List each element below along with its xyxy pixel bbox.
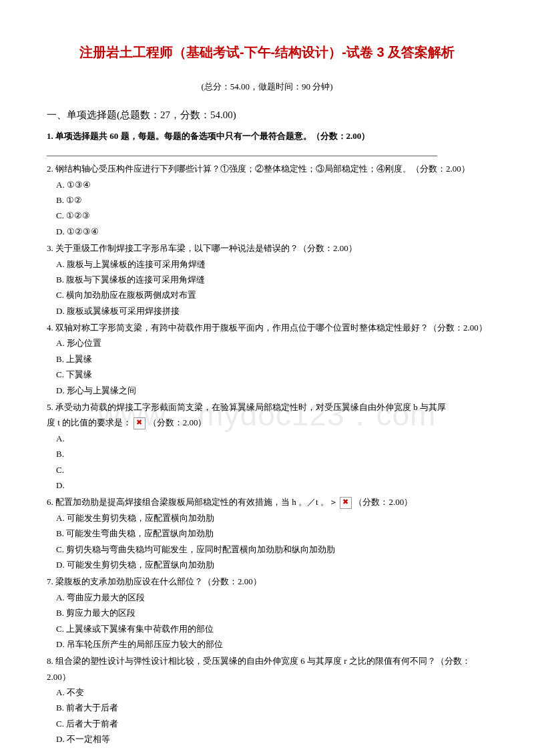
q2-opt-a: A. ①③④ bbox=[47, 177, 487, 192]
q4-opt-d: D. 形心与上翼缘之间 bbox=[47, 383, 487, 398]
doc-title: 注册岩土工程师（基础考试-下午-结构设计）-试卷 3 及答案解析 bbox=[47, 40, 487, 64]
q7-opt-b: B. 剪应力最大的区段 bbox=[47, 605, 487, 620]
q3-opt-a: A. 腹板与上翼缘板的连接可采用角焊缝 bbox=[47, 256, 487, 272]
q3-stem: 3. 关于重级工作制焊接工字形吊车梁，以下哪一种说法是错误的？（分数：2.00） bbox=[47, 240, 487, 256]
q5-stem-line1: 5. 承受动力荷载的焊接工字形截面简支梁，在验算翼缘局部稳定性时，对受压翼缘自由… bbox=[47, 399, 487, 415]
q6-opt-d: D. 可能发生剪切失稳，应配置纵向加劲肋 bbox=[47, 557, 487, 572]
q5-stem-line2: 度 t 的比值的要求是： （分数：2.00） bbox=[47, 415, 487, 430]
document-content: 注册岩土工程师（基础考试-下午-结构设计）-试卷 3 及答案解析 (总分：54.… bbox=[47, 40, 487, 747]
q3-opt-c: C. 横向加劲肋应在腹板两侧成对布置 bbox=[47, 287, 487, 303]
q5-opt-c: C. bbox=[47, 462, 487, 478]
q8-stem: 8. 组合梁的塑性设计与弹性设计相比较，受压翼缘的自由外伸宽度 6 与其厚度 r… bbox=[47, 653, 487, 685]
q1-stem: 1. 单项选择题共 60 题，每题。每题的备选项中只有一个最符合题意。（分数：2… bbox=[47, 128, 487, 144]
q5-stem-mid: 度 t 的比值的要求是： bbox=[47, 417, 131, 427]
question-4: 4. 双轴对称工字形简支梁，有跨中荷载作用于腹板平面内，作用点位于哪个位置时整体… bbox=[47, 320, 487, 398]
broken-image-icon bbox=[340, 497, 352, 509]
q2-opt-c: C. ①②③ bbox=[47, 208, 487, 223]
q6-opt-c: C. 剪切失稳与弯曲失稳均可能发生，应同时配置横向加劲肋和纵向加劲肋 bbox=[47, 542, 487, 557]
question-2: 2. 钢结构轴心受压构件应进行下列哪些计算？①强度；②整体稳定性；③局部稳定性；… bbox=[47, 161, 487, 239]
q1-blank-line: ________________________________________… bbox=[47, 144, 487, 160]
q8-opt-a: A. 不变 bbox=[47, 685, 487, 700]
q7-opt-a: A. 弯曲应力最大的区段 bbox=[47, 590, 487, 605]
doc-meta: (总分：54.00，做题时间：90 分钟) bbox=[47, 79, 487, 94]
section-heading: 一、单项选择题(总题数：27，分数：54.00) bbox=[47, 106, 487, 124]
q2-opt-b: B. ①② bbox=[47, 192, 487, 208]
q8-opt-b: B. 前者大于后者 bbox=[47, 700, 487, 715]
q5-opt-b: B. bbox=[47, 446, 487, 461]
q6-opt-b: B. 可能发生弯曲失稳，应配置纵向加劲肋 bbox=[47, 526, 487, 541]
broken-image-icon bbox=[134, 417, 146, 429]
question-3: 3. 关于重级工作制焊接工字形吊车梁，以下哪一种说法是错误的？（分数：2.00）… bbox=[47, 240, 487, 319]
q7-opt-c: C. 上翼缘或下翼缘有集中荷载作用的部位 bbox=[47, 621, 487, 636]
q4-opt-c: C. 下翼缘 bbox=[47, 367, 487, 382]
q7-opt-d: D. 吊车轮压所产生的局部压应力较大的部位 bbox=[47, 636, 487, 652]
q6-stem-post: （分数：2.00） bbox=[354, 497, 413, 507]
q7-stem: 7. 梁腹板的支承加劲肋应设在什么部位？（分数：2.00） bbox=[47, 574, 487, 589]
q6-stem: 6. 配置加劲肋是提高焊接组合梁腹板局部稳定性的有效措施，当 h 。／t 。＞ … bbox=[47, 494, 487, 510]
q2-stem: 2. 钢结构轴心受压构件应进行下列哪些计算？①强度；②整体稳定性；③局部稳定性；… bbox=[47, 161, 487, 176]
question-7: 7. 梁腹板的支承加劲肋应设在什么部位？（分数：2.00） A. 弯曲应力最大的… bbox=[47, 574, 487, 652]
q6-stem-pre: 6. 配置加劲肋是提高焊接组合梁腹板局部稳定性的有效措施，当 h 。／t 。＞ bbox=[47, 497, 338, 507]
question-8: 8. 组合梁的塑性设计与弹性设计相比较，受压翼缘的自由外伸宽度 6 与其厚度 r… bbox=[47, 653, 487, 747]
q5-stem-post: （分数：2.00） bbox=[148, 417, 207, 427]
q6-opt-a: A. 可能发生剪切失稳，应配置横向加劲肋 bbox=[47, 510, 487, 526]
question-6: 6. 配置加劲肋是提高焊接组合梁腹板局部稳定性的有效措施，当 h 。／t 。＞ … bbox=[47, 494, 487, 572]
question-5: 5. 承受动力荷载的焊接工字形截面简支梁，在验算翼缘局部稳定性时，对受压翼缘自由… bbox=[47, 399, 487, 493]
q4-opt-b: B. 上翼缘 bbox=[47, 351, 487, 367]
q2-opt-d: D. ①②③④ bbox=[47, 224, 487, 239]
q3-opt-d: D. 腹板或翼缘板可采用焊接拼接 bbox=[47, 303, 487, 319]
q4-stem: 4. 双轴对称工字形简支梁，有跨中荷载作用于腹板平面内，作用点位于哪个位置时整体… bbox=[47, 320, 487, 335]
q3-opt-b: B. 腹板与下翼缘板的连接可采用角焊缝 bbox=[47, 272, 487, 287]
q5-opt-a: A. bbox=[47, 431, 487, 446]
q8-opt-d: D. 不一定相等 bbox=[47, 731, 487, 747]
q8-opt-c: C. 后者大于前者 bbox=[47, 716, 487, 731]
q5-opt-d: D. bbox=[47, 478, 487, 493]
q4-opt-a: A. 形心位置 bbox=[47, 335, 487, 351]
question-1: 1. 单项选择题共 60 题，每题。每题的备选项中只有一个最符合题意。（分数：2… bbox=[47, 128, 487, 160]
